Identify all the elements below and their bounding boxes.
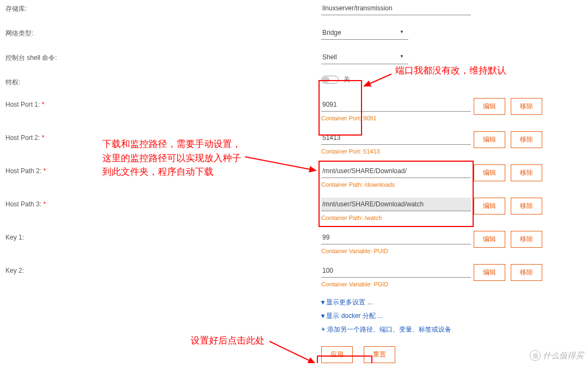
remove-button-key1[interactable]: 移除 [511, 231, 542, 248]
arrow-icon [267, 339, 318, 363]
input-hostpath2[interactable] [321, 164, 471, 178]
chevron-down-icon: ▾ [321, 298, 324, 306]
label-hostport1: Host Port 1: * [0, 98, 321, 108]
show-docker-link[interactable]: ▾ 显示 docker 分配 ... [321, 311, 588, 321]
helper-key2: Container Variable: PGID [321, 281, 468, 287]
edit-button-hostport1[interactable]: 编辑 [474, 98, 505, 115]
helper-hostpath3: Container Path: /watch [321, 215, 468, 221]
edit-button-hostport2[interactable]: 编辑 [474, 131, 505, 148]
input-hostpath3[interactable] [321, 198, 471, 211]
label-hostpath2: Host Path 2: * [0, 164, 321, 175]
chevron-down-icon: ▾ [321, 312, 324, 320]
input-key1[interactable] [321, 231, 471, 244]
plus-icon: + [321, 326, 325, 333]
select-shell[interactable]: Shell [321, 51, 408, 64]
edit-button-hostpath2[interactable]: 编辑 [474, 164, 505, 181]
label-shell: 控制台 shell 命令: [0, 51, 321, 63]
helper-hostport2: Container Port: 51413 [321, 148, 468, 155]
watermark-icon: 值 [530, 350, 541, 361]
edit-button-key1[interactable]: 编辑 [474, 231, 505, 248]
input-hostport1[interactable] [321, 98, 471, 112]
label-repo: 存储库: [0, 2, 321, 14]
label-hostpath3: Host Path 3: * [0, 198, 321, 208]
toggle-priv-label: 关 [344, 76, 350, 83]
edit-button-key2[interactable]: 编辑 [474, 264, 505, 281]
show-more-link[interactable]: ▾ 显示更多设置 ... [321, 298, 588, 307]
watermark: 值 什么值得买 [530, 350, 584, 361]
remove-button-hostport2[interactable]: 移除 [511, 131, 542, 148]
helper-key1: Container Variable: PUID [321, 248, 468, 254]
edit-button-hostpath3[interactable]: 编辑 [474, 198, 505, 215]
helper-hostpath2: Container Path: /downloads [321, 181, 468, 188]
toggle-priv[interactable] [321, 76, 339, 84]
svg-line-2 [270, 341, 315, 363]
remove-button-hostport1[interactable]: 移除 [511, 98, 542, 115]
label-priv: 特权: [0, 75, 321, 87]
label-hostport2: Host Port 2: * [0, 131, 321, 142]
remove-button-hostpath3[interactable]: 移除 [511, 198, 542, 215]
label-key2: Key 2: [0, 264, 321, 274]
label-key1: Key 1: [0, 231, 321, 241]
input-hostport2[interactable] [321, 131, 471, 145]
helper-hostport1: Container Port: 9091 [321, 115, 468, 121]
annotation-text-3: 设置好后点击此处 [191, 334, 265, 347]
input-repo[interactable] [321, 2, 471, 15]
add-another-link[interactable]: +添加另一个路径、端口、变量、标签或设备 [321, 325, 588, 334]
remove-button-key2[interactable]: 移除 [511, 264, 542, 281]
select-network[interactable]: Bridge [321, 26, 408, 40]
label-network: 网络类型: [0, 26, 321, 38]
reset-button[interactable]: 重置 [364, 346, 395, 363]
apply-button[interactable]: 应用 [321, 346, 353, 363]
input-key2[interactable] [321, 264, 471, 278]
remove-button-hostpath2[interactable]: 移除 [511, 164, 542, 181]
